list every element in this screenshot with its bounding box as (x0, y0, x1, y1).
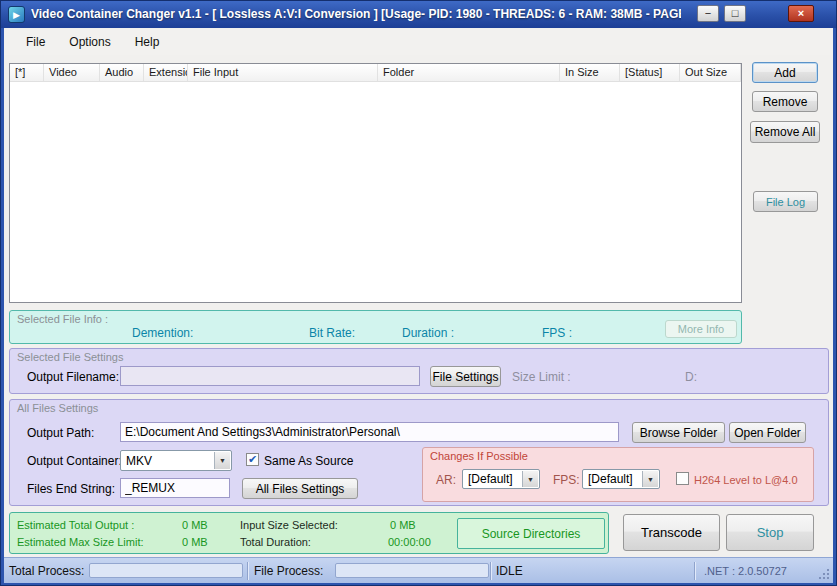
fps-label: FPS : (542, 326, 572, 340)
input-size-label: Input Size Selected: (240, 519, 338, 531)
total-process-progressbar (89, 563, 243, 578)
ar-label: AR: (436, 473, 456, 487)
column-selected[interactable]: [*] (10, 64, 44, 81)
status-bar: Total Process: File Process: IDLE .NET :… (4, 557, 833, 583)
close-button[interactable]: × (788, 5, 814, 22)
ar-select[interactable]: [Default] ▼ (462, 469, 540, 489)
output-path-input[interactable] (120, 422, 619, 442)
remove-all-button[interactable]: Remove All (750, 121, 820, 143)
selected-file-settings-title: Selected File Settings (17, 351, 123, 363)
selected-file-info-title: Selected File Info : (17, 313, 108, 325)
files-end-string-label: Files End String: (27, 482, 115, 496)
output-container-value: MKV (126, 454, 152, 468)
output-filename-input[interactable] (120, 366, 420, 386)
bitrate-label: Bit Rate: (309, 326, 355, 340)
h264-level-checkbox[interactable] (676, 472, 689, 485)
menu-file[interactable]: File (14, 31, 57, 53)
output-filename-label: Output Filename: (27, 370, 119, 384)
status-separator (490, 562, 491, 580)
drive-label: D: (685, 370, 697, 384)
menu-help[interactable]: Help (123, 31, 172, 53)
chevron-down-icon: ▼ (522, 471, 538, 487)
status-separator (694, 562, 695, 580)
menu-bar: File Options Help (4, 29, 833, 55)
estimates-panel: Estimated Total Output : 0 MB Input Size… (9, 512, 609, 554)
duration-label: Duration : (402, 326, 454, 340)
file-process-progressbar (335, 563, 489, 578)
maximize-button[interactable]: □ (724, 5, 746, 22)
column-file-input[interactable]: File Input (188, 64, 378, 81)
changes-if-possible-group: Changes If Possible AR: [Default] ▼ FPS:… (422, 447, 814, 502)
changes-if-possible-title: Changes If Possible (430, 450, 528, 462)
transcode-button[interactable]: Transcode (623, 514, 720, 551)
app-icon: ▶ (8, 6, 25, 23)
h264-level-label[interactable]: H264 Level to L@4.0 (694, 474, 798, 486)
column-in-size[interactable]: In Size (560, 64, 620, 81)
file-list-header: [*] Video Audio Extensio File Input Fold… (10, 64, 741, 82)
chevron-down-icon: ▼ (214, 452, 230, 469)
status-state: IDLE (496, 564, 523, 578)
file-log-button[interactable]: File Log (753, 191, 818, 212)
fps-select[interactable]: [Default] ▼ (582, 469, 660, 489)
menu-options[interactable]: Options (57, 31, 122, 53)
files-end-string-input[interactable] (120, 478, 230, 498)
total-output-value: 0 MB (182, 519, 208, 531)
all-files-settings-button[interactable]: All Files Settings (242, 478, 358, 499)
file-settings-button[interactable]: File Settings (430, 366, 501, 387)
column-video[interactable]: Video (44, 64, 100, 81)
add-button[interactable]: Add (752, 62, 818, 83)
minimize-button[interactable]: − (697, 5, 719, 22)
framework-version: .NET : 2.0.50727 (704, 565, 787, 577)
ar-value: [Default] (468, 472, 513, 486)
title-bar[interactable]: ▶ Video Container Changer v1.1 - [ Lossl… (1, 1, 836, 28)
column-status[interactable]: [Status] (620, 64, 680, 81)
output-container-select[interactable]: MKV ▼ (120, 450, 232, 471)
fps-value: [Default] (588, 472, 633, 486)
resize-grip[interactable] (817, 567, 830, 580)
dimension-label: Demention: (132, 326, 193, 340)
window-title: Video Container Changer v1.1 - [ Lossles… (31, 7, 681, 21)
column-audio[interactable]: Audio (100, 64, 144, 81)
total-output-label: Estimated Total Output : (17, 519, 134, 531)
size-limit-label: Size Limit : (512, 370, 571, 384)
chevron-down-icon: ▼ (642, 471, 658, 487)
file-process-label: File Process: (254, 564, 323, 578)
total-duration-label: Total Duration: (240, 536, 311, 548)
same-as-source-checkbox[interactable]: ✔ (246, 453, 259, 466)
max-size-value: 0 MB (182, 536, 208, 548)
browse-folder-button[interactable]: Browse Folder (632, 422, 725, 443)
all-files-settings-panel: All Files Settings Output Path: Browse F… (9, 399, 829, 506)
total-duration-value: 00:00:00 (388, 536, 431, 548)
all-files-settings-title: All Files Settings (17, 402, 98, 414)
column-folder[interactable]: Folder (378, 64, 560, 81)
same-as-source-label[interactable]: Same As Source (264, 454, 353, 468)
output-container-label: Output Container: (27, 454, 122, 468)
fps-select-label: FPS: (553, 473, 580, 487)
stop-button[interactable]: Stop (726, 514, 814, 551)
max-size-label: Estimated Max Size Limit: (17, 536, 144, 548)
file-list[interactable]: [*] Video Audio Extensio File Input Fold… (9, 63, 742, 303)
selected-file-settings-panel: Selected File Settings Output Filename: … (9, 348, 829, 394)
column-extension[interactable]: Extensio (144, 64, 188, 81)
remove-button[interactable]: Remove (752, 91, 818, 112)
column-out-size[interactable]: Out Size (680, 64, 741, 81)
open-folder-button[interactable]: Open Folder (729, 422, 806, 443)
app-window: ▶ Video Container Changer v1.1 - [ Lossl… (0, 0, 837, 586)
selected-file-info-panel: Selected File Info : Demention: Bit Rate… (9, 310, 742, 344)
output-path-label: Output Path: (27, 426, 94, 440)
status-separator (247, 562, 248, 580)
source-directories-button[interactable]: Source Directories (457, 518, 605, 549)
check-icon: ✔ (248, 454, 257, 465)
input-size-value: 0 MB (390, 519, 416, 531)
total-process-label: Total Process: (9, 564, 84, 578)
more-info-button[interactable]: More Info (665, 320, 737, 338)
